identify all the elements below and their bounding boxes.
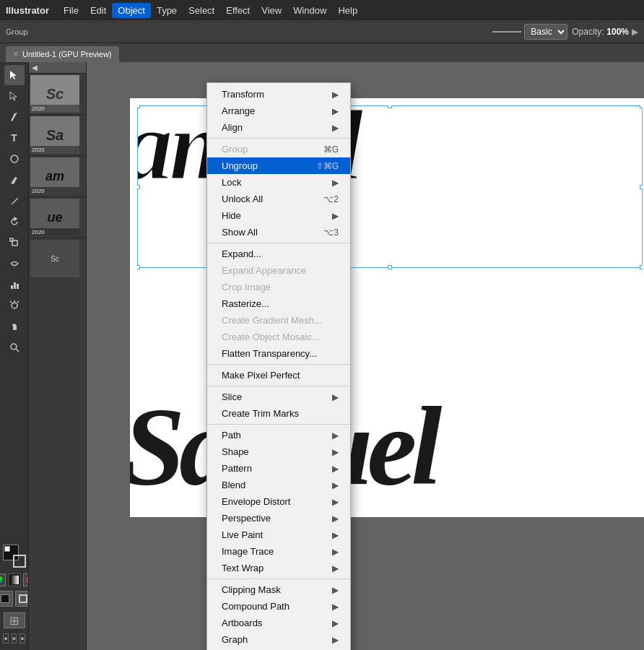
object-dropdown-menu: Transform ▶ Arrange ▶ Align ▶ Group ⌘G U… xyxy=(206,82,351,650)
opacity-value: 100% xyxy=(606,27,629,37)
tool-ellipse[interactable] xyxy=(4,149,25,169)
tool-symbol-sprayer[interactable] xyxy=(4,295,25,316)
sep-6 xyxy=(207,578,350,579)
menu-select[interactable]: Select xyxy=(183,3,220,18)
menu-object[interactable]: Object xyxy=(112,3,151,18)
tool-zoom[interactable] xyxy=(4,337,25,358)
app-name: Illustrator xyxy=(6,5,49,16)
menu-item-flatten-transparency[interactable]: Flatten Transparency... xyxy=(207,345,350,362)
toolbar-style-select[interactable]: Basic xyxy=(524,24,567,40)
menu-item-align[interactable]: Align ▶ xyxy=(207,119,350,136)
menu-item-expand-appearance[interactable]: Expand Appearance xyxy=(207,262,350,279)
tool-select[interactable] xyxy=(4,65,25,85)
menu-item-expand-label: Expand... xyxy=(222,248,261,259)
tool-warp[interactable] xyxy=(4,254,25,274)
gradient-mode-btn[interactable] xyxy=(8,573,21,586)
mini-fill xyxy=(4,546,10,552)
toolbox: T xyxy=(0,62,29,650)
icon-fill[interactable] xyxy=(0,591,13,607)
menu-item-image-trace[interactable]: Image Trace ▶ xyxy=(207,543,350,560)
menu-item-live-paint[interactable]: Live Paint ▶ xyxy=(207,526,350,543)
menu-item-slice[interactable]: Slice ▶ xyxy=(207,389,350,405)
menu-item-blend[interactable]: Blend ▶ xyxy=(207,477,350,493)
menu-item-create-gradient-mesh[interactable]: Create Gradient Mesh... xyxy=(207,312,350,329)
tool-extra-1[interactable]: ● xyxy=(3,633,8,644)
menu-item-lock[interactable]: Lock ▶ xyxy=(207,174,350,191)
icon-stroke[interactable] xyxy=(15,591,29,607)
tool-column-graph[interactable] xyxy=(4,274,25,295)
tool-pen[interactable] xyxy=(4,107,25,127)
toolbar-group-label: Group xyxy=(6,27,28,36)
menu-edit[interactable]: Edit xyxy=(84,3,112,18)
menu-item-crop-image[interactable]: Crop Image xyxy=(207,279,350,295)
menu-item-transform-arrow: ▶ xyxy=(332,90,339,100)
menu-item-blend-arrow: ▶ xyxy=(332,480,339,490)
toolbar-stroke-line xyxy=(492,31,521,32)
color-mode-btn[interactable] xyxy=(0,573,6,586)
menu-type[interactable]: Type xyxy=(151,3,183,18)
tab-close[interactable]: × xyxy=(13,49,18,59)
tool-extra-3[interactable]: ● xyxy=(19,633,25,644)
tool-hand[interactable] xyxy=(4,316,25,337)
menu-item-pattern-label: Pattern xyxy=(222,463,252,474)
handle-br xyxy=(640,265,643,269)
menu-file[interactable]: File xyxy=(58,3,84,18)
toolbox-bottom: ⊘ ⊞ ● ● xyxy=(0,545,28,644)
menu-item-shape[interactable]: Shape ▶ xyxy=(207,443,350,460)
menu-item-text-wrap[interactable]: Text Wrap ▶ xyxy=(207,560,350,576)
artboard-icon[interactable]: ⊞ xyxy=(4,612,25,628)
menu-item-arrange[interactable]: Arrange ▶ xyxy=(207,103,350,119)
side-panel-thumb-1[interactable]: Sc 2020 xyxy=(29,74,86,115)
menu-window[interactable]: Window xyxy=(287,3,332,18)
menu-item-envelope-distort[interactable]: Envelope Distort ▶ xyxy=(207,493,350,510)
stroke-swatch[interactable] xyxy=(13,555,26,568)
tool-direct-select[interactable] xyxy=(4,86,25,106)
menu-item-path[interactable]: Path ▶ xyxy=(207,427,350,443)
tool-paint[interactable] xyxy=(4,170,25,190)
menu-item-unlock-all[interactable]: Unlock All ⌥2 xyxy=(207,191,350,207)
menu-item-graph[interactable]: Graph ▶ xyxy=(207,631,350,648)
tool-pencil[interactable] xyxy=(4,191,25,211)
tool-rotate[interactable] xyxy=(4,212,25,232)
sep-3 xyxy=(207,364,350,365)
side-panel-thumb-2[interactable]: Sa 2020 xyxy=(29,115,86,156)
menu-item-artboards[interactable]: Artboards ▶ xyxy=(207,615,350,631)
menu-item-show-all[interactable]: Show All ⌥3 xyxy=(207,224,350,240)
side-panel-header: ◀ xyxy=(29,62,86,74)
side-panel-thumb-4[interactable]: ue 2020 xyxy=(29,197,86,238)
toolbar-style-block: Basic xyxy=(492,24,567,40)
menu-item-pattern[interactable]: Pattern ▶ xyxy=(207,460,350,477)
menu-item-make-pixel-perfect[interactable]: Make Pixel Perfect xyxy=(207,367,350,384)
tab-main[interactable]: × Untitled-1 (GPU Preview) xyxy=(6,46,119,62)
menu-item-compound-path[interactable]: Compound Path ▶ xyxy=(207,598,350,615)
menu-item-pattern-arrow: ▶ xyxy=(332,464,339,474)
menu-item-create-object-mosaic[interactable]: Create Object Mosaic... xyxy=(207,329,350,345)
menu-item-lock-label: Lock xyxy=(222,177,241,188)
menu-help[interactable]: Help xyxy=(332,3,363,18)
menu-effect[interactable]: Effect xyxy=(220,3,256,18)
menu-item-make-pixel-perfect-label: Make Pixel Perfect xyxy=(222,370,300,381)
side-panel-thumb-5[interactable]: Sc xyxy=(29,238,86,279)
menu-item-group[interactable]: Group ⌘G xyxy=(207,141,350,157)
menu-item-rasterize[interactable]: Rasterize... xyxy=(207,295,350,312)
menu-item-hide[interactable]: Hide ▶ xyxy=(207,207,350,224)
menu-item-perspective[interactable]: Perspective ▶ xyxy=(207,510,350,526)
menu-item-clipping-mask[interactable]: Clipping Mask ▶ xyxy=(207,581,350,598)
menu-item-ungroup[interactable]: Ungroup ⇧⌘G xyxy=(207,157,350,174)
side-panel-thumb-3[interactable]: am 2020 xyxy=(29,156,86,197)
mode-icons xyxy=(0,591,29,607)
opacity-chevron[interactable]: ▶ xyxy=(632,27,638,37)
mode-buttons: ⊘ xyxy=(0,573,29,586)
menu-item-create-trim-marks[interactable]: Create Trim Marks xyxy=(207,405,350,422)
menu-view[interactable]: View xyxy=(256,3,287,18)
menu-item-expand[interactable]: Expand... xyxy=(207,246,350,262)
menu-item-transform[interactable]: Transform ▶ xyxy=(207,86,350,103)
tool-type[interactable]: T xyxy=(4,128,25,148)
tool-extra-2[interactable]: ● xyxy=(12,633,17,644)
sep-2 xyxy=(207,243,350,243)
sep-5 xyxy=(207,424,350,425)
tool-scale[interactable] xyxy=(4,233,25,253)
none-mode-btn[interactable]: ⊘ xyxy=(23,573,30,586)
main-layout: T xyxy=(0,62,644,650)
opacity-label: Opacity: xyxy=(572,27,604,37)
